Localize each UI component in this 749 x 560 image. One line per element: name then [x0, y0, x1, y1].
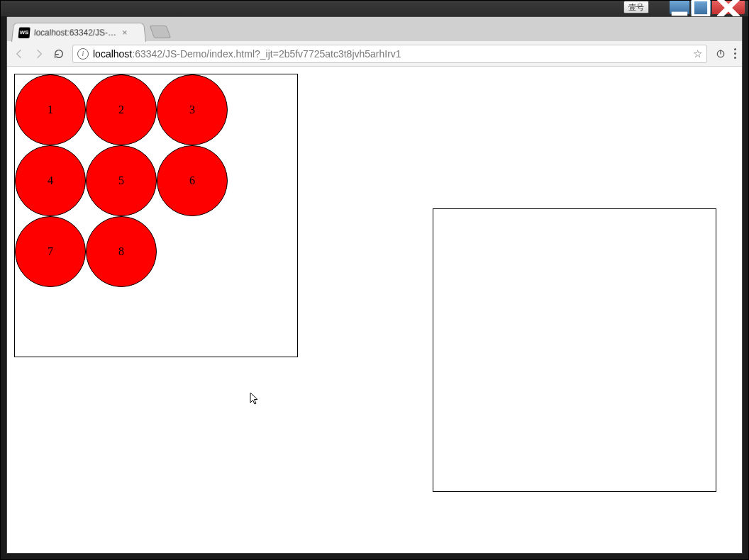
mouse-cursor-icon: [250, 392, 260, 406]
tab-strip[interactable]: WS localhost:63342/JS-Dem ×: [7, 17, 742, 41]
window-close-button[interactable]: [711, 1, 745, 15]
bookmark-star-icon[interactable]: ☆: [693, 47, 702, 60]
window-frame: 壹号 WS localhost:63342/JS-Dem ×: [0, 0, 749, 560]
tab-close-icon[interactable]: ×: [122, 28, 128, 38]
reload-button[interactable]: [52, 47, 65, 60]
circle-container: 1 2 3 4 5 6 7 8: [15, 74, 297, 287]
svg-rect-1: [693, 0, 709, 16]
window-titlebar[interactable]: 壹号: [1, 1, 748, 16]
url-host: localhost: [93, 48, 132, 60]
site-info-icon[interactable]: i: [77, 48, 89, 60]
menu-dot-icon: [734, 52, 736, 55]
back-button[interactable]: [13, 47, 26, 60]
menu-dot-icon: [734, 57, 736, 59]
source-box[interactable]: 1 2 3 4 5 6 7 8: [14, 74, 298, 357]
circle-item[interactable]: 4: [15, 145, 86, 216]
circle-item[interactable]: 3: [157, 74, 228, 145]
tab-favicon: WS: [18, 27, 30, 38]
browser-window: WS localhost:63342/JS-Dem × i localhost:…: [6, 16, 743, 554]
page-viewport: 1 2 3 4 5 6 7 8: [7, 67, 742, 553]
tab-title: localhost:63342/JS-Dem: [33, 28, 118, 38]
menu-dot-icon: [734, 48, 736, 50]
circle-item[interactable]: 5: [86, 145, 157, 216]
circle-item[interactable]: 6: [157, 145, 228, 216]
circle-item[interactable]: 2: [86, 74, 157, 145]
window-buttons: [669, 1, 745, 15]
url-rest: :63342/JS-Demo/index.html?_ijt=2b5fv7725…: [132, 48, 401, 60]
circle-item[interactable]: 1: [15, 74, 86, 145]
browser-tab[interactable]: WS localhost:63342/JS-Dem ×: [11, 23, 146, 42]
extension-power-icon[interactable]: [714, 47, 727, 60]
circle-item[interactable]: 8: [86, 216, 157, 287]
circle-item[interactable]: 7: [15, 216, 86, 287]
window-minimize-button[interactable]: [669, 1, 690, 15]
chrome-menu-button[interactable]: [734, 48, 736, 59]
ime-indicator[interactable]: 壹号: [623, 1, 649, 13]
window-maximize-button[interactable]: [690, 1, 711, 15]
svg-rect-0: [672, 11, 687, 16]
target-box[interactable]: [433, 208, 716, 492]
new-tab-button[interactable]: [150, 26, 172, 38]
forward-button[interactable]: [33, 47, 45, 60]
address-bar[interactable]: i localhost:63342/JS-Demo/index.html?_ij…: [72, 45, 707, 63]
url-text: localhost:63342/JS-Demo/index.html?_ijt=…: [93, 48, 689, 60]
browser-toolbar: i localhost:63342/JS-Demo/index.html?_ij…: [7, 41, 742, 67]
